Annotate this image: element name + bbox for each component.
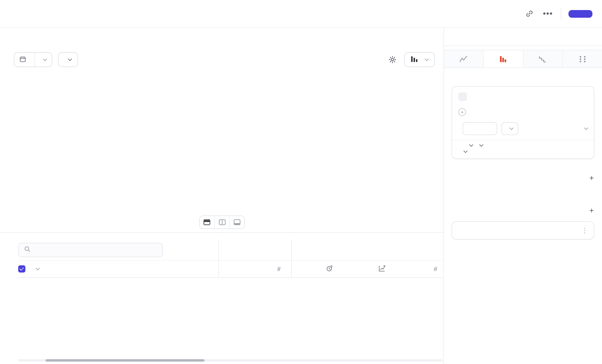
share-link-icon[interactable]: [524, 8, 535, 19]
table-search[interactable]: [18, 243, 163, 257]
chevron-down-icon: [425, 57, 429, 61]
retention-tab[interactable]: [523, 50, 563, 67]
plus-circle-icon: +: [458, 108, 466, 116]
metric-title-row[interactable]: [458, 92, 588, 101]
steps-scope-select[interactable]: [477, 145, 483, 146]
conversion-window-row: [458, 122, 588, 135]
horizontal-scrollbar-thumb[interactable]: [45, 359, 204, 362]
window-unit-select[interactable]: [501, 122, 518, 135]
chevron-down-icon: [463, 149, 468, 153]
select-all-checkbox[interactable]: [18, 265, 25, 273]
chart-section: [0, 79, 443, 233]
count-icon: #: [434, 265, 437, 273]
retention-steps-icon: [539, 55, 547, 63]
filter-section: +: [452, 174, 594, 182]
breakdown-step-select[interactable]: [461, 151, 467, 152]
advanced-toggle[interactable]: [582, 128, 588, 129]
chart-type-selector[interactable]: [404, 52, 435, 67]
compare-button[interactable]: [58, 52, 78, 67]
metric-badge: [458, 92, 467, 101]
flows-dots-icon: [579, 55, 586, 63]
metric-card: +: [452, 86, 594, 159]
add-breakdown-button[interactable]: +: [589, 207, 594, 214]
measure-metric-select[interactable]: [467, 145, 473, 146]
step1-column-group: [218, 239, 291, 260]
breakdown-table: #: [18, 239, 442, 278]
plot-area: [30, 103, 420, 205]
measure-row: [458, 145, 588, 146]
chart-settings-gear-icon[interactable]: [387, 54, 398, 65]
funnel-bars-icon: [500, 55, 507, 63]
chart-toolbar: [14, 52, 435, 67]
chevron-down-icon: [43, 57, 47, 61]
layout-split-horizontal-button[interactable]: [199, 216, 214, 228]
search-icon: [24, 246, 31, 254]
calendar-icon: [20, 56, 26, 64]
kebab-menu-icon[interactable]: ⋮: [581, 226, 588, 234]
insights-tab[interactable]: [444, 50, 484, 67]
funnel-bars-icon: [411, 56, 418, 64]
check-icon: [19, 266, 23, 271]
more-options-icon[interactable]: •••: [542, 8, 554, 19]
breakdown-section: +: [452, 207, 594, 214]
chevron-down-icon: [584, 126, 588, 130]
panel-tabs: [444, 28, 602, 46]
save-button[interactable]: [569, 10, 592, 18]
sig-column-header[interactable]: [166, 261, 218, 277]
topbar-actions: •••: [524, 8, 592, 19]
clock-icon: [326, 265, 333, 273]
add-filter-button[interactable]: +: [589, 174, 594, 182]
search-input[interactable]: [34, 246, 157, 253]
top-bar: •••: [0, 0, 602, 28]
add-step-button[interactable]: +: [458, 106, 588, 118]
layout-split-vertical-button[interactable]: [214, 216, 229, 228]
count-icon: #: [277, 265, 281, 273]
chevron-down-icon: [510, 126, 514, 130]
conversion-rate-column-header[interactable]: [338, 261, 391, 277]
step2-column-group: [291, 239, 442, 260]
chart-legend: [0, 79, 443, 86]
insights-line-chart-icon: [460, 55, 468, 63]
app-root: •••: [0, 0, 602, 364]
step2-count-column-header[interactable]: #: [391, 261, 442, 277]
chevron-down-icon: [469, 143, 473, 147]
time-to-convert-column-header[interactable]: [291, 261, 338, 277]
window-value-input[interactable]: [463, 122, 497, 135]
layout-bottom-panel-button[interactable]: [229, 216, 244, 228]
range-custom[interactable]: [14, 53, 34, 67]
breakdown-on-row: [458, 151, 588, 152]
main-area: #: [0, 28, 443, 364]
conversion-chart-icon: [378, 265, 386, 273]
range-xtd[interactable]: [34, 53, 52, 67]
breakdown-property-card[interactable]: ⋮: [452, 221, 594, 239]
chevron-down-icon: [68, 57, 72, 61]
table-header-row: #: [18, 261, 442, 278]
flows-tab[interactable]: [563, 50, 602, 67]
query-panel: +: [443, 28, 602, 364]
topbar-divider: [561, 8, 561, 19]
card-divider: [452, 140, 594, 140]
date-range-group: [14, 52, 52, 67]
chart-kind-tabs: [444, 50, 602, 68]
chart-layout-toggles: [199, 215, 245, 229]
step1-count-column-header[interactable]: #: [218, 261, 291, 277]
chevron-down-icon[interactable]: [36, 266, 40, 270]
chevron-down-icon: [479, 143, 484, 147]
funnels-tab[interactable]: [484, 50, 524, 67]
table-group-header-row: [18, 239, 442, 261]
total-conv-column-header[interactable]: [128, 261, 166, 277]
